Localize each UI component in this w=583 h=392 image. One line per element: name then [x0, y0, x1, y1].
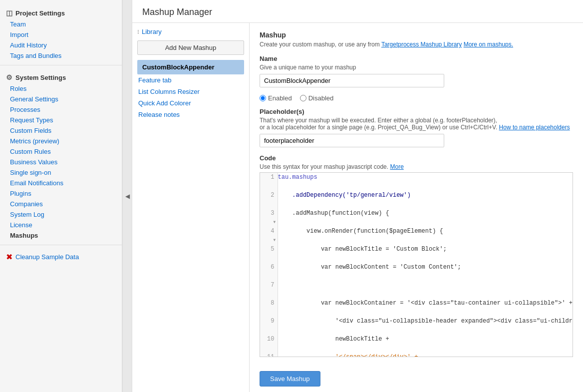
system-settings-heading: ⚙ System Settings [0, 69, 122, 83]
sidebar-link-plugins[interactable]: Plugins [0, 188, 122, 199]
sidebar: ◫ Project Settings Team Import Audit His… [0, 0, 122, 392]
sidebar-link-metrics[interactable]: Metrics (preview) [0, 136, 122, 146]
main-content: Mashup Manager ⁝ Library Add New Mashup … [132, 0, 583, 392]
code-content: .addMashup(function(view) { [278, 209, 574, 218]
enabled-disabled-group: Enabled Disabled [260, 94, 573, 102]
collapse-arrow-icon: ◀ [125, 193, 130, 200]
more-on-mashups-link[interactable]: More on mashups. [464, 41, 513, 48]
code-line-row: 8 var newBlockContainer = '<div class="t… [260, 299, 573, 317]
code-more-link[interactable]: More [390, 163, 403, 170]
fold-arrow [276, 201, 278, 208]
code-title: Code [260, 154, 573, 162]
fold-arrow[interactable]: ▾ [272, 219, 277, 226]
code-line-row: 3▾ .addMashup(function(view) { [260, 209, 573, 227]
fold-arrow [276, 255, 278, 262]
mashup-item-list-columns-resizer[interactable]: List Columns Resizer [137, 86, 244, 97]
sidebar-divider-2 [0, 245, 122, 245]
line-number: 7 [260, 281, 278, 290]
code-line-row: 1tau.mashups [260, 173, 573, 191]
name-hint: Give a unique name to your mashup [260, 64, 573, 71]
sidebar-link-general-settings[interactable]: General Settings [0, 94, 122, 104]
line-number: 4 [260, 227, 278, 236]
code-content: var newBlockTitle = 'Custom Block'; [278, 245, 574, 254]
code-line-row: 10 newBlockTitle + [260, 335, 573, 353]
code-section: Code Use this syntax for your mashup jav… [260, 154, 573, 357]
add-mashup-button[interactable]: Add New Mashup [137, 40, 244, 55]
enabled-radio[interactable] [260, 95, 266, 101]
placeholder-input[interactable] [260, 134, 444, 147]
sidebar-link-license[interactable]: License [0, 220, 122, 230]
sidebar-link-processes[interactable]: Processes [0, 104, 122, 115]
sidebar-link-custom-fields[interactable]: Custom Fields [0, 125, 122, 136]
cleanup-icon: ✖ [6, 252, 12, 262]
page-title: Mashup Manager [142, 7, 573, 17]
code-line-row: 2 .addDependency('tp/general/view') [260, 191, 573, 209]
code-content: .addDependency('tp/general/view') [278, 191, 574, 200]
mashup-editor: Mashup Create your custom mashup, or use… [250, 23, 583, 392]
project-settings-heading: ◫ Project Settings [0, 5, 122, 19]
sidebar-link-roles[interactable]: Roles [0, 83, 122, 94]
mashup-item-release-notes[interactable]: Release notes [137, 109, 244, 120]
code-content: tau.mashups [278, 173, 574, 182]
fold-arrow [276, 291, 278, 298]
line-number: 11 [260, 353, 278, 357]
code-content: view.onRender(function($pageElement) { [278, 227, 574, 236]
name-input[interactable] [260, 74, 444, 87]
line-number: 2 [260, 191, 278, 200]
code-line-row: 11 '</span></div></div>' + [260, 353, 573, 357]
disabled-radio[interactable] [300, 95, 306, 101]
sidebar-collapse-button[interactable]: ◀ [122, 0, 132, 392]
library-link[interactable]: ⁝ Library [137, 28, 244, 35]
sidebar-link-companies[interactable]: Companies [0, 199, 122, 209]
sidebar-link-custom-rules[interactable]: Custom Rules [0, 146, 122, 157]
sidebar-link-system-log[interactable]: System Log [0, 209, 122, 220]
main-body: ⁝ Library Add New Mashup CustomBlockAppe… [132, 23, 583, 392]
sidebar-link-business-values[interactable]: Business Values [0, 157, 122, 167]
mashup-list-panel: ⁝ Library Add New Mashup CustomBlockAppe… [132, 23, 250, 392]
mashup-item-custom-block-appender[interactable]: CustomBlockAppender [137, 60, 244, 74]
line-number: 6 [260, 263, 278, 272]
name-section: Name Give a unique name to your mashup [260, 55, 573, 87]
mashup-section-title: Mashup [260, 31, 573, 39]
sidebar-link-mashups[interactable]: Mashups [0, 230, 122, 241]
code-content: newBlockTitle + [278, 335, 574, 344]
enabled-radio-label[interactable]: Enabled [260, 94, 292, 102]
sidebar-link-sso[interactable]: Single sign-on [0, 167, 122, 178]
mashup-item-feature-tab[interactable]: Feature tab [137, 74, 244, 86]
sidebar-link-team[interactable]: Team [0, 19, 122, 29]
save-mashup-button[interactable]: Save Mashup [260, 371, 320, 387]
disabled-radio-label[interactable]: Disabled [300, 94, 334, 102]
code-line-row: 5 var newBlockTitle = 'Custom Block'; [260, 245, 573, 263]
code-editor[interactable]: 1tau.mashups2 .addDependency('tp/general… [260, 172, 573, 357]
mashup-item-quick-add-colorer[interactable]: Quick Add Colorer [137, 97, 244, 109]
sidebar-link-request-types[interactable]: Request Types [0, 115, 122, 125]
mashup-description: Create your custom mashup, or use any fr… [260, 41, 573, 48]
code-table: 1tau.mashups2 .addDependency('tp/general… [260, 173, 573, 357]
code-content: '</span></div></div>' + [278, 353, 574, 357]
fold-arrow[interactable]: ▾ [272, 237, 277, 244]
line-number: 1 [260, 173, 278, 182]
code-content: '<div class="ui-collapsible-header expan… [278, 317, 574, 326]
sidebar-divider-1 [0, 65, 122, 65]
system-settings-icon: ⚙ [6, 73, 12, 81]
mashup-library-link[interactable]: Targetprocess Mashup Library [381, 41, 462, 48]
placeholder-naming-link[interactable]: How to name placeholders [499, 124, 570, 131]
fold-arrow [276, 273, 278, 280]
line-number: 5 [260, 245, 278, 254]
sidebar-link-audit-history[interactable]: Audit History [0, 40, 122, 50]
fold-arrow [276, 345, 278, 352]
code-line-row: 9 '<div class="ui-collapsible-header exp… [260, 317, 573, 335]
cleanup-sample-data-link[interactable]: ✖ Cleanup Sample Data [0, 249, 122, 265]
fold-arrow [276, 309, 278, 316]
line-number: 3 [260, 209, 278, 218]
code-content: var newBlockContent = 'Custom Content'; [278, 263, 574, 272]
placeholder-desc: That's where your mashup will be execute… [260, 117, 573, 131]
library-icon: ⁝ [137, 28, 139, 35]
fold-arrow [276, 183, 278, 190]
line-number: 10 [260, 335, 278, 344]
sidebar-link-import[interactable]: Import [0, 29, 122, 40]
code-line-row: 6 var newBlockContent = 'Custom Content'… [260, 263, 573, 281]
code-line-row: 4▾ view.onRender(function($pageElement) … [260, 227, 573, 245]
sidebar-link-email-notifications[interactable]: Email Notifications [0, 178, 122, 188]
sidebar-link-tags-bundles[interactable]: Tags and Bundles [0, 50, 122, 61]
